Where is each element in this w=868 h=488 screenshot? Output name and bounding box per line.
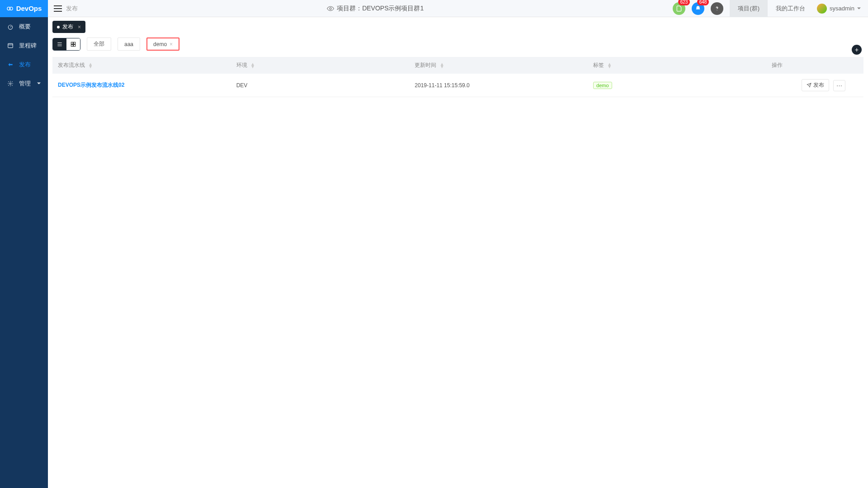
more-button[interactable]: ⋯ (833, 80, 845, 91)
pipeline-link[interactable]: DEVOPS示例发布流水线02 (58, 82, 124, 88)
th-env[interactable]: 环境 ▲▼ (231, 57, 410, 74)
sidebar-item-manage[interactable]: 管理 (0, 74, 48, 93)
sort-icon: ▲▼ (607, 63, 612, 68)
page-tabs: 发布 × (48, 17, 868, 33)
send-icon (807, 83, 811, 88)
badge-count-bell: 648 (697, 0, 709, 5)
close-icon[interactable]: × (78, 24, 81, 30)
sort-icon: ▲▼ (250, 63, 255, 68)
cell-time: 2019-11-11 15:15:59.0 (409, 74, 588, 97)
project-title: 项目群：DEVOPS示例项目群1 (337, 5, 424, 13)
logo-text: DevOps (16, 5, 42, 12)
svg-rect-7 (71, 42, 73, 44)
svg-point-2 (330, 8, 331, 9)
header-right: 623 648 项目(群) 我的工作台 sysadmin (673, 0, 868, 17)
card-view-button[interactable] (66, 38, 80, 50)
sidebar-label: 管理 (19, 80, 31, 88)
logo[interactable]: DevOps (0, 0, 48, 17)
pipeline-table: 发布流水线 ▲▼ 环境 ▲▼ 更新时间 ▲▼ 标签 (52, 57, 863, 97)
milestone-icon (7, 42, 14, 49)
sidebar-item-release[interactable]: 发布 (0, 55, 48, 74)
list-view-button[interactable] (53, 38, 66, 50)
th-time[interactable]: 更新时间 ▲▼ (409, 57, 588, 74)
svg-rect-9 (71, 44, 73, 46)
user-menu[interactable]: sysadmin (813, 4, 864, 14)
nav-workbench[interactable]: 我的工作台 (768, 0, 813, 17)
th-action: 操作 (766, 57, 863, 74)
help-button[interactable] (711, 2, 723, 15)
gear-icon (7, 80, 14, 87)
username: sysadmin (830, 5, 854, 12)
menu-toggle[interactable] (52, 0, 63, 17)
breadcrumb: 发布 (66, 5, 78, 13)
notification-docs[interactable]: 623 (673, 2, 685, 15)
svg-point-6 (9, 83, 11, 84)
svg-point-3 (717, 9, 717, 10)
dashboard-icon (7, 23, 14, 30)
devops-logo-icon (6, 5, 14, 12)
nav-project[interactable]: 项目(群) (730, 0, 768, 17)
main-content: 发布 × 全部 aaa demo (48, 17, 868, 488)
svg-rect-5 (8, 43, 13, 47)
filter-all[interactable]: 全部 (87, 38, 111, 51)
more-icon: ⋯ (836, 82, 842, 89)
sidebar-label: 概要 (19, 23, 31, 31)
close-icon[interactable]: × (170, 41, 173, 47)
page-tab-release[interactable]: 发布 × (52, 21, 85, 33)
cell-env: DEV (231, 74, 410, 97)
filter-demo[interactable]: demo × (146, 38, 179, 51)
sidebar-item-overview[interactable]: 概要 (0, 17, 48, 36)
page-tab-label: 发布 (62, 23, 73, 31)
sidebar-label: 发布 (19, 61, 31, 69)
badge-count-docs: 623 (678, 0, 690, 5)
table-header-row: 发布流水线 ▲▼ 环境 ▲▼ 更新时间 ▲▼ 标签 (52, 57, 863, 74)
sidebar-item-milestone[interactable]: 里程碑 (0, 36, 48, 55)
svg-rect-8 (74, 42, 75, 44)
svg-point-4 (8, 25, 12, 29)
sidebar-label: 里程碑 (19, 42, 37, 50)
filter-aaa[interactable]: aaa (118, 38, 140, 51)
publish-button[interactable]: 发布 (802, 79, 829, 91)
chevron-down-icon (37, 82, 41, 85)
sort-icon: ▲▼ (440, 63, 444, 68)
filter-tabs: 全部 aaa demo × (87, 38, 179, 51)
svg-rect-10 (74, 44, 75, 46)
add-button[interactable]: + (852, 45, 862, 55)
avatar (817, 4, 827, 14)
view-toggle (52, 38, 80, 51)
notification-bell[interactable]: 648 (692, 2, 704, 15)
toolbar: 全部 aaa demo × + (48, 33, 868, 51)
top-header: DevOps 发布 项目群：DEVOPS示例项目群1 623 648 项目(群)… (0, 0, 868, 17)
chevron-down-icon (857, 7, 861, 10)
tag-badge: demo (593, 82, 612, 89)
release-icon (7, 61, 14, 68)
status-dot-icon (57, 26, 60, 28)
project-title-area: 项目群：DEVOPS示例项目群1 (78, 5, 673, 13)
th-pipeline[interactable]: 发布流水线 ▲▼ (52, 57, 231, 74)
sidebar: 概要 里程碑 发布 管理 (0, 17, 48, 488)
th-tag[interactable]: 标签 ▲▼ (588, 57, 766, 74)
eye-icon (327, 5, 334, 12)
table-row: DEVOPS示例发布流水线02 DEV 2019-11-11 15:15:59.… (52, 74, 863, 97)
table-wrap: 发布流水线 ▲▼ 环境 ▲▼ 更新时间 ▲▼ 标签 (48, 51, 868, 97)
sort-icon: ▲▼ (88, 63, 93, 68)
